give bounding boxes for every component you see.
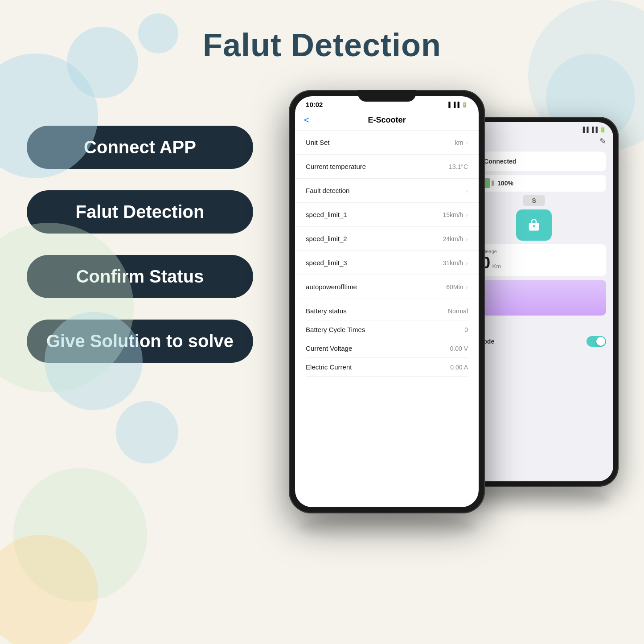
battery-section: Battery status Normal Battery Cycle Time… — [295, 299, 479, 379]
menu-label-unit-set: Unit Set — [306, 139, 329, 146]
battery-cycle-value: 0 — [464, 326, 468, 333]
menu-item-speed-limit-2[interactable]: speed_limit_2 24km/h › — [295, 227, 479, 251]
lock-icon — [527, 218, 541, 232]
menu-right-fault: › — [466, 187, 468, 194]
electric-current-row: Electric Current 0.00 A — [306, 358, 468, 377]
menu-right-unit-set: km › — [455, 139, 468, 146]
start-mode-knob — [596, 337, 605, 346]
main-content: Connect APP Falut Detection Confirm Stat… — [0, 81, 644, 580]
give-solution-badge: Give Solution to solve — [27, 320, 253, 363]
menu-label-speed3: speed_limit_3 — [306, 259, 347, 267]
battery-icon: 🔋 — [461, 102, 468, 108]
menu-right-speed2: 24km/h › — [443, 235, 468, 242]
falut-detection-badge: Falut Detection — [27, 190, 253, 234]
phone-1-reflection — [299, 513, 475, 540]
battery-tip — [492, 180, 494, 186]
menu-right-speed3: 31km/h › — [443, 259, 468, 267]
menu-item-fault-detection[interactable]: Fault detection › — [295, 179, 479, 203]
phones-panel: 10:02 ▐ ▐▐ 🔋 < E-Scooter — [280, 90, 617, 580]
battery-percent: 100% — [497, 180, 513, 187]
menu-item-speed-limit-3[interactable]: speed_limit_3 31km/h › — [295, 251, 479, 275]
mileage-value-row: 0.0 Km — [468, 254, 600, 272]
battery-status-value: Normal — [448, 308, 468, 315]
menu-label-speed2: speed_limit_2 — [306, 235, 347, 242]
menu-item-speed-limit-1[interactable]: speed_limit_1 15km/h › — [295, 203, 479, 227]
chevron-icon: › — [466, 211, 468, 218]
battery-icon-2: 🔋 — [599, 127, 606, 133]
current-voltage-row: Current Voltage 0.00 V — [306, 339, 468, 358]
chevron-icon: › — [466, 259, 468, 267]
menu-item-temperature: Current temperature 13.1°C — [295, 155, 479, 179]
signal-icon-2: ▐▐ ▐▐ — [581, 127, 598, 133]
battery-status-label: Battery status — [306, 307, 347, 315]
connect-app-badge: Connect APP — [27, 126, 253, 169]
status-time: 10:02 — [306, 101, 323, 108]
electric-current-label: Electric Current — [306, 363, 352, 371]
menu-list: Unit Set km › Current temperature 13.1°C — [295, 131, 479, 299]
battery-status-row: Battery status Normal — [306, 302, 468, 320]
back-button[interactable]: < — [304, 115, 309, 125]
menu-label-autopoweroff: autopowerofftime — [306, 283, 357, 291]
chevron-icon: › — [466, 139, 468, 146]
menu-right-temperature: 13.1°C — [449, 163, 468, 170]
signal-icon: ▐ ▐▐ — [447, 102, 459, 108]
electric-current-value: 0.00 A — [450, 364, 468, 371]
battery-cycle-label: Battery Cycle Times — [306, 326, 365, 333]
current-voltage-label: Current Voltage — [306, 345, 352, 352]
left-panel: Connect APP Falut Detection Confirm Stat… — [27, 126, 253, 363]
status-icons: ▐ ▐▐ 🔋 — [447, 102, 468, 108]
battery-cycle-row: Battery Cycle Times 0 — [306, 320, 468, 339]
chevron-icon: › — [466, 283, 468, 291]
phone-1-frame: 10:02 ▐ ▐▐ 🔋 < E-Scooter — [289, 90, 485, 513]
start-mode-toggle[interactable] — [587, 336, 606, 347]
page-container: Falut Detection Connect APP Falut Detect… — [0, 0, 644, 644]
connected-label: Connected — [484, 158, 516, 165]
menu-right-autopoweroff: 60Min › — [446, 283, 468, 291]
lock-button[interactable] — [516, 209, 552, 241]
menu-label-speed1: speed_limit_1 — [306, 211, 347, 218]
page-title: Falut Detection — [0, 0, 644, 63]
phone-1-screen: 10:02 ▐ ▐▐ 🔋 < E-Scooter — [295, 96, 479, 507]
app-title: E-Scooter — [368, 115, 406, 125]
chevron-icon: › — [466, 235, 468, 242]
menu-label-fault: Fault detection — [306, 187, 349, 194]
menu-right-speed1: 15km/h › — [443, 211, 468, 218]
menu-item-autopoweroff[interactable]: autopowerofftime 60Min › — [295, 275, 479, 299]
confirm-status-badge: Confirm Status — [27, 255, 253, 298]
phone-1: 10:02 ▐ ▐▐ 🔋 < E-Scooter — [289, 90, 485, 513]
menu-label-temperature: Current temperature — [306, 163, 366, 170]
chevron-icon: › — [466, 187, 468, 194]
current-voltage-value: 0.00 V — [450, 345, 468, 352]
app-header: < E-Scooter — [295, 110, 479, 131]
edit-icon[interactable]: ✎ — [599, 136, 606, 146]
mileage-unit: Km — [492, 263, 501, 270]
menu-item-unit-set[interactable]: Unit Set km › — [295, 131, 479, 155]
phone-1-notch — [358, 90, 416, 102]
speed-badge: S — [523, 195, 545, 206]
